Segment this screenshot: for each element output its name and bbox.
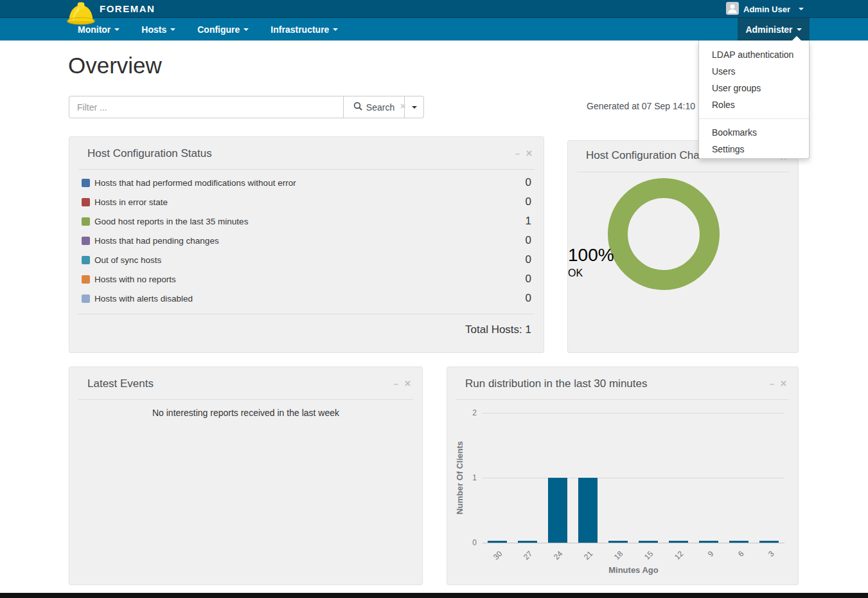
bottom-bar xyxy=(0,593,868,598)
card-title: Latest Events xyxy=(87,377,154,390)
search-button-label: Search xyxy=(366,102,394,113)
main-nav: MonitorHostsConfigureInfrastructure Admi… xyxy=(0,18,868,41)
status-label: Good host reports in the last 35 minutes xyxy=(94,217,526,226)
legend-swatch xyxy=(82,179,90,187)
clear-icon[interactable]: × xyxy=(400,101,405,111)
x-axis-title: Minutes Ago xyxy=(483,565,784,575)
status-label: Hosts with alerts disabled xyxy=(94,294,526,304)
status-row: Hosts with alerts disabled0 xyxy=(82,289,531,308)
status-row: Hosts that had performed modifications w… xyxy=(82,173,531,192)
top-bar: FOREMAN Admin User xyxy=(0,0,868,18)
legend-swatch xyxy=(82,217,90,226)
status-value: 0 xyxy=(526,234,531,247)
status-value: 0 xyxy=(526,292,531,305)
nav-item-hosts[interactable]: Hosts xyxy=(130,18,186,41)
status-row: Hosts that had pending changes0 xyxy=(82,231,531,250)
close-icon[interactable]: ✕ xyxy=(404,379,411,388)
nav-list: MonitorHostsConfigureInfrastructure xyxy=(67,18,349,41)
x-tick-label: 21 xyxy=(582,549,594,561)
run-distribution-card: Run distribution in the last 30 minutes … xyxy=(447,367,799,585)
x-tick-label: 6 xyxy=(736,549,746,559)
menu-item-roles[interactable]: Roles xyxy=(699,96,809,113)
x-tick-label: 30 xyxy=(492,549,504,561)
bar-slot xyxy=(724,413,754,543)
card-title: Host Configuration Status xyxy=(87,147,212,160)
caret-down-icon xyxy=(244,28,249,31)
bar-slot xyxy=(664,413,694,543)
x-tick-label: 18 xyxy=(612,549,624,561)
search-bar: × Search xyxy=(69,96,424,118)
user-avatar-icon xyxy=(726,2,739,17)
minimize-icon[interactable]: – xyxy=(770,379,774,388)
search-options-button[interactable] xyxy=(405,96,424,118)
status-label: Hosts in error state xyxy=(94,197,526,207)
x-tick-label: 24 xyxy=(552,549,564,561)
bar-slot xyxy=(754,413,784,543)
nav-item-configure[interactable]: Configure xyxy=(186,18,260,41)
status-row: Hosts with no reports0 xyxy=(82,269,531,289)
x-tick-label: 3 xyxy=(766,549,776,559)
status-row: Good host reports in the last 35 minutes… xyxy=(82,212,531,231)
caret-down-icon xyxy=(412,106,417,109)
caret-down-icon xyxy=(333,28,338,31)
status-label: Hosts that had pending changes xyxy=(94,236,526,246)
bar-slot xyxy=(543,413,573,543)
minimize-icon[interactable]: – xyxy=(515,149,520,158)
administer-dropdown-menu: LDAP authenticationUsersUser groupsRoles… xyxy=(698,41,810,159)
no-reports-message: No interesting reports received in the l… xyxy=(69,408,422,418)
menu-divider xyxy=(699,118,809,119)
close-icon[interactable]: ✕ xyxy=(526,149,533,158)
y-tick-label: 2 xyxy=(459,408,477,417)
status-value: 0 xyxy=(526,176,531,189)
caret-down-icon xyxy=(797,28,802,31)
bar-slot xyxy=(573,413,603,543)
menu-item-users[interactable]: Users xyxy=(699,63,809,80)
caret-down-icon xyxy=(114,28,120,31)
status-legend: Hosts that had performed modifications w… xyxy=(82,173,531,308)
search-input[interactable] xyxy=(69,96,343,118)
menu-item-user-groups[interactable]: User groups xyxy=(699,80,809,96)
divider xyxy=(78,314,535,314)
menu-item-settings[interactable]: Settings xyxy=(699,141,809,158)
search-button[interactable]: Search xyxy=(343,96,405,118)
bar-chart xyxy=(483,413,784,543)
bar-slot xyxy=(483,413,513,543)
card-title: Host Configuration Chart xyxy=(586,149,706,162)
legend-swatch xyxy=(82,237,90,245)
menu-item-bookmarks[interactable]: Bookmarks xyxy=(699,124,809,141)
status-value: 0 xyxy=(526,195,531,208)
search-icon xyxy=(353,102,362,113)
close-icon[interactable]: ✕ xyxy=(780,379,787,388)
divider xyxy=(577,172,789,172)
user-name: Admin User xyxy=(743,5,790,14)
nav-administer-label: Administer xyxy=(745,24,792,35)
nav-item-infrastructure[interactable]: Infrastructure xyxy=(260,18,349,41)
menu-item-ldap-authentication[interactable]: LDAP authentication xyxy=(699,46,809,63)
x-tick-label: 12 xyxy=(673,549,685,561)
x-tick-label: 9 xyxy=(706,549,716,559)
caret-down-icon xyxy=(799,8,804,10)
bar-slot xyxy=(694,413,724,543)
status-value: 0 xyxy=(526,273,531,285)
status-label: Hosts that had performed modifications w… xyxy=(94,178,526,188)
host-configuration-chart-card: Host Configuration Chart – ✕ 100% OK xyxy=(567,140,799,353)
caret-down-icon xyxy=(170,28,175,31)
legend-swatch xyxy=(82,198,90,206)
brand-name: FOREMAN xyxy=(100,0,155,18)
bar-slot xyxy=(633,413,664,543)
bar-21-minutes xyxy=(578,478,598,543)
divider xyxy=(78,169,535,170)
donut-status-label: OK xyxy=(568,267,799,279)
latest-events-card: Latest Events – ✕ No interesting reports… xyxy=(69,367,423,585)
minimize-icon[interactable]: – xyxy=(394,379,398,388)
y-axis-title: Number Of Clients xyxy=(455,441,465,514)
bar-24-minutes xyxy=(548,478,567,543)
nav-item-label: Hosts xyxy=(141,24,166,35)
page-title: Overview xyxy=(68,53,162,78)
total-hosts: Total Hosts: 1 xyxy=(465,323,531,336)
legend-swatch xyxy=(82,256,90,264)
legend-swatch xyxy=(82,275,90,284)
status-row: Hosts in error state0 xyxy=(82,192,531,212)
status-value: 1 xyxy=(526,215,531,228)
user-menu[interactable]: Admin User xyxy=(726,0,804,18)
